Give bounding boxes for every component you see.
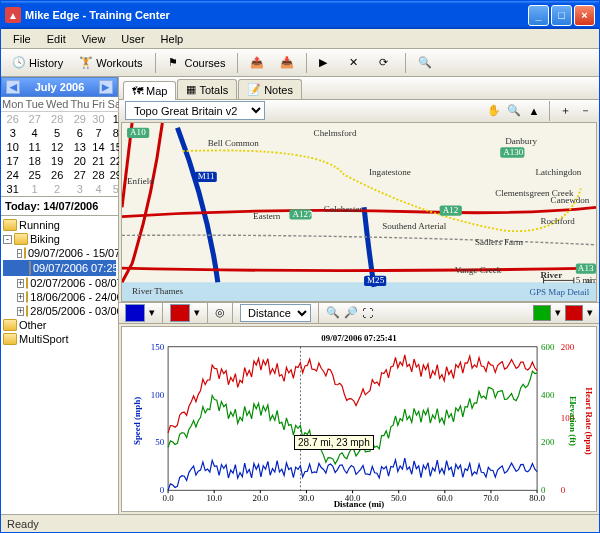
calendar-day[interactable]: 2 bbox=[45, 182, 69, 196]
svg-text:0.0: 0.0 bbox=[163, 493, 175, 503]
menu-file[interactable]: File bbox=[5, 31, 39, 47]
xaxis-select[interactable]: Distance bbox=[240, 304, 311, 322]
calendar-day[interactable]: 21 bbox=[90, 154, 106, 168]
hr-color-button[interactable] bbox=[565, 305, 583, 321]
expand-icon[interactable]: - bbox=[3, 235, 12, 244]
calendar-day[interactable]: 7 bbox=[90, 126, 106, 140]
calendar-day[interactable]: 26 bbox=[45, 168, 69, 182]
receive-button[interactable]: 📥 bbox=[273, 52, 301, 74]
menu-view[interactable]: View bbox=[74, 31, 114, 47]
calendar-day[interactable]: 27 bbox=[69, 168, 90, 182]
tree-item[interactable]: 09/07/2006 07:25 bbox=[3, 260, 116, 276]
calendar-day[interactable]: 24 bbox=[1, 168, 24, 182]
calendar-day[interactable]: 19 bbox=[45, 154, 69, 168]
menu-help[interactable]: Help bbox=[153, 31, 192, 47]
calendar-day[interactable]: 6 bbox=[69, 126, 90, 140]
tab-notes[interactable]: 📝Notes bbox=[238, 79, 302, 99]
calendar-day[interactable]: 4 bbox=[24, 126, 45, 140]
target-icon[interactable]: ◎ bbox=[215, 306, 225, 319]
tree-item[interactable]: MultiSport bbox=[3, 332, 116, 346]
zoom-in-icon[interactable]: ＋ bbox=[557, 103, 573, 119]
zoom-icon[interactable]: 🔍 bbox=[506, 103, 522, 119]
app-icon: ▲ bbox=[5, 7, 21, 23]
expand-icon[interactable]: + bbox=[17, 307, 24, 316]
calendar-day[interactable]: 30 bbox=[90, 112, 106, 127]
tree-item[interactable]: +28/05/2006 - 03/06/20 bbox=[3, 304, 116, 318]
calendar-day[interactable]: 29 bbox=[69, 112, 90, 127]
speed-series-toggle[interactable] bbox=[125, 304, 145, 322]
prev-month-button[interactable]: ◀ bbox=[6, 80, 20, 94]
next-month-button[interactable]: ▶ bbox=[99, 80, 113, 94]
tree-item[interactable]: +18/06/2006 - 24/06/20 bbox=[3, 290, 116, 304]
expand-icon[interactable]: + bbox=[17, 279, 24, 288]
menu-user[interactable]: User bbox=[113, 31, 152, 47]
today-label[interactable]: Today: 14/07/2006 bbox=[1, 196, 118, 216]
menubar: FileEditViewUserHelp bbox=[1, 29, 599, 49]
dropdown-icon[interactable]: ▾ bbox=[194, 306, 200, 319]
courses-button[interactable]: ⚑Courses bbox=[161, 52, 233, 74]
calendar-day[interactable]: 31 bbox=[1, 182, 24, 196]
tab-map[interactable]: 🗺Map bbox=[123, 81, 176, 100]
calendar-header: ◀ July 2006 ▶ bbox=[1, 77, 118, 97]
tree-item[interactable]: +02/07/2006 - 08/07/20 bbox=[3, 276, 116, 290]
calendar-day[interactable]: 18 bbox=[24, 154, 45, 168]
calendar-day[interactable]: 12 bbox=[45, 140, 69, 154]
calendar-day[interactable]: 4 bbox=[90, 182, 106, 196]
play-button[interactable]: ▶ bbox=[312, 52, 340, 74]
svg-text:Distance (mi): Distance (mi) bbox=[334, 499, 385, 509]
calendar-day[interactable]: 5 bbox=[45, 126, 69, 140]
search-icon: 🔍 bbox=[418, 56, 432, 70]
calendar-day[interactable]: 26 bbox=[1, 112, 24, 127]
pointer-icon[interactable]: ▲ bbox=[526, 103, 542, 119]
history-button[interactable]: 🕓History bbox=[5, 52, 70, 74]
close-button[interactable]: × bbox=[574, 5, 595, 26]
calendar-day[interactable]: 10 bbox=[1, 140, 24, 154]
dropdown-icon[interactable]: ▾ bbox=[149, 306, 155, 319]
tree-item[interactable]: Running bbox=[3, 218, 116, 232]
tree-item[interactable]: -Biking bbox=[3, 232, 116, 246]
menu-edit[interactable]: Edit bbox=[39, 31, 74, 47]
calendar-day[interactable]: 1 bbox=[24, 182, 45, 196]
fit-icon[interactable]: ⛶ bbox=[362, 307, 373, 319]
calendar-day[interactable]: 27 bbox=[24, 112, 45, 127]
calendar-day[interactable]: 28 bbox=[45, 112, 69, 127]
svg-text:200: 200 bbox=[561, 342, 575, 352]
calendar-day[interactable]: 17 bbox=[1, 154, 24, 168]
calendar-day[interactable]: 3 bbox=[69, 182, 90, 196]
svg-text:Rochford: Rochford bbox=[541, 216, 576, 226]
calendar-day[interactable]: 14 bbox=[90, 140, 106, 154]
calendar-day[interactable]: 13 bbox=[69, 140, 90, 154]
pan-icon[interactable]: ✋ bbox=[486, 103, 502, 119]
search-button[interactable]: 🔍 bbox=[411, 52, 439, 74]
hr-series-toggle[interactable] bbox=[170, 304, 190, 322]
chart-view[interactable]: 09/07/2006 07:25:41 0.010.020.030.040.05… bbox=[121, 326, 597, 512]
zoom-in-icon[interactable]: 🔍 bbox=[326, 306, 340, 319]
minimize-button[interactable]: _ bbox=[528, 5, 549, 26]
workouts-button[interactable]: 🏋Workouts bbox=[72, 52, 149, 74]
zoom-out-icon[interactable]: － bbox=[577, 103, 593, 119]
tab-totals[interactable]: ▦Totals bbox=[177, 79, 237, 99]
calendar-day[interactable]: 20 bbox=[69, 154, 90, 168]
maximize-button[interactable]: □ bbox=[551, 5, 572, 26]
range-icon bbox=[26, 277, 28, 289]
calendar-day[interactable]: 28 bbox=[90, 168, 106, 182]
expand-icon[interactable]: + bbox=[17, 293, 24, 302]
tree-item[interactable]: Other bbox=[3, 318, 116, 332]
calendar-day[interactable]: 25 bbox=[24, 168, 45, 182]
tree-item[interactable]: -09/07/2006 - 15/07/20 bbox=[3, 246, 116, 260]
refresh-button[interactable]: ⟳ bbox=[372, 52, 400, 74]
zoom-out-icon[interactable]: 🔎 bbox=[344, 306, 358, 319]
expand-icon[interactable]: - bbox=[17, 249, 22, 258]
calendar-day[interactable]: 3 bbox=[1, 126, 24, 140]
delete-button[interactable]: ✕ bbox=[342, 52, 370, 74]
svg-text:400: 400 bbox=[541, 390, 555, 400]
map-source-select[interactable]: Topo Great Britain v2 bbox=[125, 101, 265, 120]
folder-icon bbox=[3, 219, 17, 231]
svg-text:Colchester: Colchester bbox=[324, 204, 363, 214]
svg-text:60.0: 60.0 bbox=[437, 493, 453, 503]
map-view[interactable]: Bell Common Chelmsford Danbury Ingatesto… bbox=[121, 122, 597, 302]
send-button[interactable]: 📤 bbox=[243, 52, 271, 74]
calendar-day[interactable]: 11 bbox=[24, 140, 45, 154]
elev-color-button[interactable] bbox=[533, 305, 551, 321]
svg-text:Heart Rate (bpm): Heart Rate (bpm) bbox=[584, 387, 594, 455]
